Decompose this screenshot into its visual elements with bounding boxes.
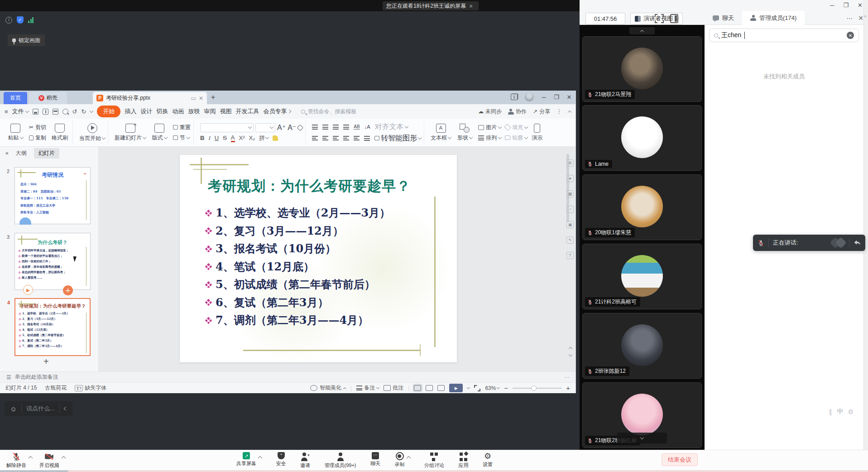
comment-tool-icon[interactable]: ✎ (566, 236, 574, 244)
italic-button[interactable]: I (208, 135, 210, 142)
ime-language-icon[interactable]: 中 (837, 408, 843, 416)
scroll-up-videos-button[interactable] (629, 27, 655, 34)
new-slide-button[interactable]: + 新建幻灯片 (115, 124, 146, 142)
bullet-list-icon[interactable] (312, 125, 318, 130)
zoom-slider[interactable] (513, 388, 561, 389)
tab-outline[interactable]: 大纲 (16, 149, 27, 157)
app-restore-button[interactable]: ❐ (843, 2, 849, 9)
panel-more-icon[interactable]: ⋯ (846, 14, 853, 22)
layout-button[interactable]: 版式 (149, 124, 169, 142)
subscript-button[interactable]: X₂ (249, 135, 255, 141)
zoom-out-button[interactable]: − (504, 384, 508, 392)
menu-tab-start[interactable]: 开始 (97, 106, 120, 117)
justify-icon[interactable] (343, 136, 349, 140)
network-signal-icon[interactable] (28, 17, 34, 23)
camera-options-icon[interactable] (62, 456, 66, 461)
collapse-bubble-icon[interactable] (64, 407, 67, 410)
wps-document-tab[interactable]: P 考研经验分享.pptx ▭ ✕ (93, 92, 207, 104)
clear-format-icon[interactable] (297, 124, 303, 130)
play-slide-button[interactable]: ▶ (23, 285, 33, 295)
share-options-icon[interactable] (258, 456, 263, 461)
quick-chat-bubble[interactable]: ☺ 说点什么... (5, 401, 72, 416)
app-close-button[interactable]: ✕ (858, 2, 863, 9)
reset-button[interactable]: 重置 (173, 124, 191, 131)
video-tile[interactable]: 20物联1缪朱慧 (582, 174, 702, 240)
design-icon[interactable]: ▦ (566, 190, 574, 197)
menu-tab-slideshow[interactable]: 放映 (188, 107, 200, 116)
unmute-button[interactable]: 解除静音 (6, 452, 26, 469)
zoom-slider-knob[interactable] (531, 385, 537, 391)
end-meeting-button[interactable]: 结束会议 (662, 453, 698, 466)
more-menu-icon[interactable]: ⋮ (556, 108, 562, 115)
format-painter-button[interactable]: 格式刷 (50, 124, 70, 142)
menu-tab-transition[interactable]: 切换 (156, 107, 168, 116)
textbox-button[interactable]: A 文本框 (431, 124, 451, 142)
manage-members-button[interactable]: 管理成员(99+) (325, 452, 356, 469)
grid-view-icon[interactable] (426, 385, 433, 391)
wps-minimize-button[interactable]: ─ (541, 94, 547, 101)
increase-indent-icon[interactable] (343, 125, 349, 130)
invite-button[interactable]: + 邀请 (300, 452, 310, 469)
play-from-page-button[interactable]: 当页开始 (79, 123, 105, 142)
smart-graphic-button[interactable]: 转智能图形 (374, 134, 421, 143)
banner-menu-icon[interactable]: ≡ (470, 3, 475, 9)
phonetic-guide-button[interactable]: 拼 (259, 134, 269, 142)
tab-manage-members[interactable]: 管理成员(174) (742, 11, 805, 25)
share-button[interactable]: ↗ 分享 (533, 108, 550, 116)
bold-button[interactable]: B (200, 135, 204, 141)
record-options-icon[interactable] (406, 456, 411, 461)
wps-home-tab[interactable]: 首页 (4, 92, 27, 104)
menu-tab-design[interactable]: 设计 (140, 107, 152, 116)
notes-more-icon[interactable]: ⋯ (564, 374, 569, 380)
new-tab-button[interactable]: + (211, 93, 215, 101)
video-tile[interactable]: Lame (582, 105, 702, 171)
image-tool-icon[interactable]: ▣ (566, 221, 574, 228)
fit-slide-icon[interactable] (474, 385, 480, 391)
close-tab-icon[interactable]: ✕ (199, 95, 203, 101)
align-text-button[interactable]: 对齐文本 (375, 122, 408, 132)
cut-button[interactable]: ✂ 剪切 (29, 124, 46, 131)
security-shield-icon[interactable]: ✓ (17, 16, 24, 24)
clear-search-icon[interactable]: ✕ (847, 32, 854, 39)
wps-close-button[interactable]: ✕ (566, 94, 572, 101)
collapse-ribbon-icon[interactable] (568, 110, 571, 114)
video-tile[interactable]: 21计科2班高榕可 (582, 244, 702, 309)
export-icon[interactable] (43, 109, 48, 115)
section-button[interactable]: 节 (173, 134, 191, 142)
tab-slides[interactable]: 幻灯片 (34, 148, 59, 159)
video-tile[interactable]: 2班张陈新12 (582, 313, 702, 379)
paste-button[interactable]: 粘贴 (5, 124, 25, 142)
wps-docer-tab[interactable]: V 稻壳 (29, 92, 67, 104)
fill-button[interactable]: 填充 (505, 124, 528, 131)
start-video-button[interactable]: 开启视频 (39, 452, 59, 469)
normal-view-icon[interactable] (414, 385, 421, 391)
present-tools-button[interactable]: 演示 (531, 124, 543, 142)
emoji-icon[interactable]: ☺ (10, 405, 17, 413)
command-search[interactable]: 查找命令、搜索模板 (301, 108, 356, 116)
line-break-icon[interactable]: ↓A (364, 124, 370, 130)
menu-tab-member[interactable]: 会员专享 (263, 107, 291, 116)
outline-button[interactable]: 轮廓 (505, 134, 528, 142)
strikethrough-button[interactable]: S (223, 135, 227, 141)
reply-arrow-icon[interactable] (854, 240, 861, 246)
distribute-icon[interactable] (354, 136, 360, 140)
sync-status[interactable]: ☁ 未同步 (478, 108, 502, 116)
member-search-field[interactable]: 王chen ✕ (709, 29, 859, 42)
text-direction-icon[interactable]: AB (354, 124, 360, 130)
font-family-select[interactable] (200, 123, 254, 132)
zoom-in-button[interactable]: + (566, 384, 570, 392)
speaking-indicator[interactable]: 正在讲话: (753, 235, 865, 251)
copy-button[interactable]: 复制 (29, 134, 46, 142)
tab-chat[interactable]: 聊天 (705, 11, 742, 25)
watching-banner[interactable]: 您正在观看18计科2班王诚的屏幕 ≡ (383, 1, 479, 10)
menu-tab-insert[interactable]: 插入 (125, 107, 136, 116)
play-options-icon[interactable] (467, 385, 470, 389)
notes-bar[interactable]: ☰ 单击此处添加备注 ⋯ (0, 371, 575, 382)
increase-font-button[interactable]: A⁺ (277, 123, 286, 132)
chart-icon[interactable]: ◔ (566, 206, 574, 213)
underline-button[interactable]: U (215, 135, 219, 141)
highlighter-button[interactable] (273, 135, 278, 141)
lock-screen-button[interactable]: 锁定画面 (8, 34, 45, 46)
mic-options-icon[interactable] (29, 456, 33, 461)
align-center-icon[interactable] (322, 136, 328, 140)
